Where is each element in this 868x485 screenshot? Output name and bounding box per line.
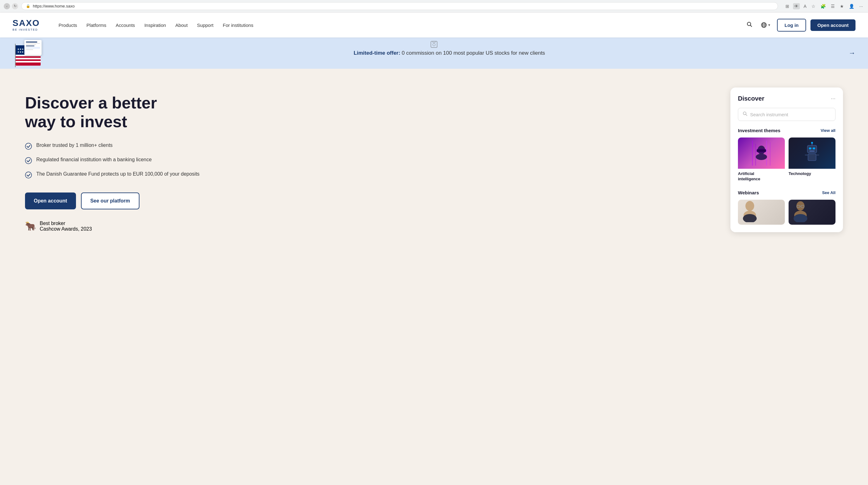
open-account-button[interactable]: Open account <box>810 20 856 31</box>
svg-point-34 <box>756 154 767 160</box>
search-bar[interactable]: Search instrument <box>738 108 835 121</box>
hero-left: Discover a better way to invest Broker t… <box>25 88 712 232</box>
view-all-themes-button[interactable]: View all <box>821 128 835 133</box>
hero-bullets: Broker trusted by 1 million+ clients Reg… <box>25 142 712 180</box>
svg-point-22 <box>25 158 32 164</box>
webinar-image-2 <box>788 200 835 225</box>
nav-links: Products Platforms Accounts Inspiration … <box>55 20 745 30</box>
nav-platforms[interactable]: Platforms <box>83 20 110 30</box>
svg-rect-39 <box>809 151 814 152</box>
browser-icons: ⊞ 👁 A ☆ 🧩 ☰ ★ 👤 ··· <box>784 3 864 9</box>
refresh-button[interactable]: ↻ <box>12 3 18 9</box>
svg-rect-36 <box>807 145 817 153</box>
webinars-section: Webinars See All <box>738 190 835 225</box>
svg-rect-37 <box>809 148 811 150</box>
hero-bullet-3: The Danish Guarantee Fund protects up to… <box>25 171 712 180</box>
svg-rect-33 <box>757 149 766 152</box>
svg-rect-28 <box>755 144 756 166</box>
lock-icon: 🔒 <box>26 4 30 8</box>
hero-bullet-2: Regulated financial institution with a b… <box>25 157 712 166</box>
svg-rect-7 <box>431 41 437 47</box>
svg-point-23 <box>25 172 32 178</box>
webinar-card-2[interactable] <box>788 200 835 225</box>
star-icon[interactable]: ☆ <box>810 3 817 9</box>
svg-point-21 <box>25 143 32 150</box>
bull-icon: 🐂 <box>25 221 36 231</box>
reader-icon[interactable]: ☰ <box>830 3 836 9</box>
search-icon-widget <box>743 111 748 118</box>
svg-rect-15 <box>16 58 41 59</box>
svg-text:★★★: ★★★ <box>17 51 24 54</box>
font-icon[interactable]: A <box>802 3 808 9</box>
logo-name: SAXO <box>12 19 40 28</box>
banner-offer-label: Limited-time offer: <box>354 50 400 56</box>
svg-text:★★★: ★★★ <box>17 48 24 51</box>
nav-inspiration[interactable]: Inspiration <box>141 20 170 30</box>
hero-see-platform-button[interactable]: See our platform <box>81 193 140 209</box>
theme-label-ai: Artificial intelligence <box>738 169 785 183</box>
url-text: https://www.home.saxo <box>33 4 75 8</box>
svg-point-9 <box>433 43 435 46</box>
widget-more-button[interactable]: ··· <box>831 95 835 102</box>
favorites-icon[interactable]: ★ <box>839 3 845 9</box>
eye-off-icon[interactable]: 👁 <box>793 3 800 9</box>
widget-header: Discover ··· <box>738 95 835 102</box>
investment-themes-header: Investment themes View all <box>738 128 835 133</box>
browser-controls: ‹ ↻ <box>4 3 18 9</box>
webinars-header: Webinars See All <box>738 190 835 195</box>
banner-text: Limited-time offer: 0 commission on 100 … <box>50 50 848 56</box>
theme-card-tech[interactable]: Technology <box>788 137 835 183</box>
hero-bullet-1: Broker trusted by 1 million+ clients <box>25 142 712 151</box>
svg-rect-29 <box>766 141 767 166</box>
check-icon-1 <box>25 143 32 151</box>
see-all-webinars-button[interactable]: See All <box>822 190 835 195</box>
webinar-image-1 <box>738 200 785 225</box>
nav-products[interactable]: Products <box>55 20 81 30</box>
award-body: Cashcow Awards, 2023 <box>40 226 92 232</box>
check-icon-2 <box>25 157 32 166</box>
site-wrapper: SAXO BE INVESTED Products Platforms Acco… <box>0 12 868 251</box>
nav-support[interactable]: Support <box>193 20 217 30</box>
login-button[interactable]: Log in <box>777 19 806 32</box>
logo[interactable]: SAXO BE INVESTED <box>12 19 40 31</box>
theme-image-ai <box>738 137 785 169</box>
globe-dropdown-icon: ▾ <box>768 23 770 27</box>
theme-card-ai[interactable]: Artificial intelligence <box>738 137 785 183</box>
address-bar[interactable]: 🔒 https://www.home.saxo <box>21 2 778 10</box>
profile-icon[interactable]: 👤 <box>848 3 856 9</box>
investment-themes-title: Investment themes <box>738 128 780 133</box>
promo-banner: ★★★ ★★★ Limited-time offer: 0 commission… <box>0 37 868 69</box>
svg-rect-27 <box>752 141 753 166</box>
banner-flag-area: ★★★ ★★★ <box>12 37 50 69</box>
nav-actions: ▾ Log in Open account <box>745 19 856 32</box>
banner-offer-body: 0 commission on 100 most popular US stoc… <box>400 50 545 56</box>
extension-icon[interactable]: 🧩 <box>819 3 827 9</box>
webinar-card-1[interactable] <box>738 200 785 225</box>
search-icon[interactable] <box>745 20 754 30</box>
tab-grid-icon[interactable]: ⊞ <box>784 3 790 9</box>
theme-image-tech <box>788 137 835 169</box>
more-icon[interactable]: ··· <box>858 3 864 9</box>
nav-for-institutions[interactable]: For institutions <box>219 20 257 30</box>
navbar: SAXO BE INVESTED Products Platforms Acco… <box>0 12 868 37</box>
svg-rect-38 <box>813 148 815 150</box>
globe-icon[interactable]: ▾ <box>758 21 773 29</box>
hero-title: Discover a better way to invest <box>25 94 712 131</box>
svg-line-25 <box>746 115 747 116</box>
nav-about[interactable]: About <box>172 20 191 30</box>
discover-widget: Discover ··· Search instrument Investmen… <box>731 88 843 232</box>
theme-grid: Artificial intelligence <box>738 137 835 183</box>
webinar-grid <box>738 200 835 225</box>
nav-accounts[interactable]: Accounts <box>112 20 139 30</box>
webinars-title: Webinars <box>738 190 759 195</box>
theme-label-tech: Technology <box>788 169 835 177</box>
hero-ctas: Open account See our platform <box>25 193 712 209</box>
camera-icon[interactable] <box>430 40 438 50</box>
svg-rect-16 <box>16 61 41 63</box>
svg-line-1 <box>750 25 752 27</box>
banner-arrow-icon[interactable]: → <box>848 49 856 57</box>
browser-chrome: ‹ ↻ 🔒 https://www.home.saxo ⊞ 👁 A ☆ 🧩 ☰ … <box>0 0 868 12</box>
back-button[interactable]: ‹ <box>4 3 10 9</box>
svg-point-42 <box>811 142 813 144</box>
hero-open-account-button[interactable]: Open account <box>25 193 76 209</box>
